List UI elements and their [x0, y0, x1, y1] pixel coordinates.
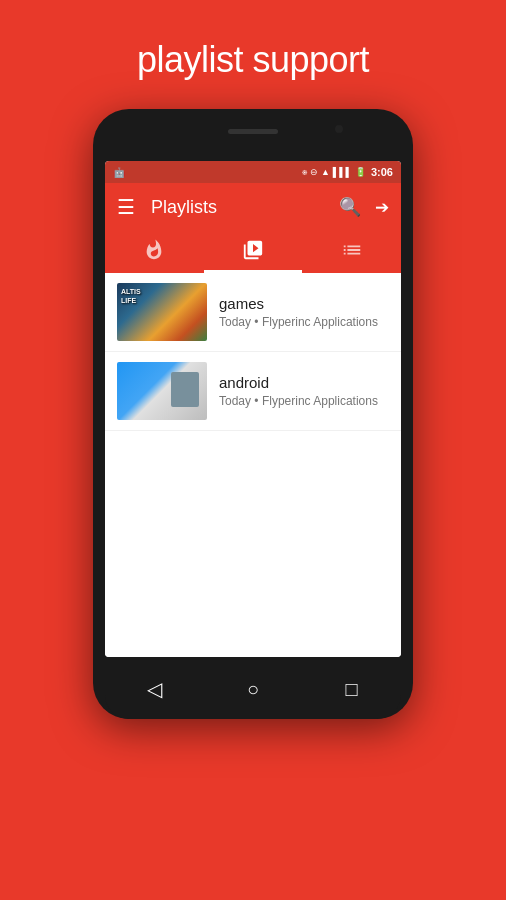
signal-icon: ▌▌▌ [333, 167, 352, 177]
home-button[interactable]: ○ [233, 669, 273, 709]
phone-mockup: 🤖 ⎈ ⊖ ▲ ▌▌▌ 🔋 3:06 ☰ Playlists 🔍 ➔ [93, 109, 413, 719]
app-bar: ☰ Playlists 🔍 ➔ [105, 183, 401, 231]
battery-icon: 🔋 [355, 167, 366, 177]
app-bar-actions: 🔍 ➔ [339, 196, 389, 218]
android-icon: 🤖 [113, 167, 125, 178]
login-icon[interactable]: ➔ [375, 197, 389, 218]
hero-title: playlist support [107, 0, 399, 109]
status-right-area: ⎈ ⊖ ▲ ▌▌▌ 🔋 3:06 [302, 166, 393, 178]
playlist-icon [341, 239, 363, 266]
tabs-bar [105, 231, 401, 273]
playlist-info-android: android Today • Flyperinc Applications [219, 374, 389, 408]
search-icon[interactable]: 🔍 [339, 196, 361, 218]
app-bar-title: Playlists [151, 197, 339, 218]
recent-icon: □ [346, 678, 358, 701]
list-item[interactable]: games Today • Flyperinc Applications [105, 273, 401, 352]
tab-trending[interactable] [105, 231, 204, 273]
trending-icon [143, 239, 165, 266]
playlist-meta-android: Today • Flyperinc Applications [219, 394, 389, 408]
menu-icon[interactable]: ☰ [117, 197, 135, 217]
subscriptions-icon [242, 239, 264, 266]
tab-subscriptions[interactable] [204, 231, 303, 273]
back-icon: ◁ [147, 677, 162, 701]
content-area: games Today • Flyperinc Applications and… [105, 273, 401, 657]
dnd-icon: ⊖ [310, 167, 318, 177]
playlist-thumbnail-games [117, 283, 207, 341]
status-time: 3:06 [371, 166, 393, 178]
playlist-thumbnail-android [117, 362, 207, 420]
wifi-icon: ▲ [321, 167, 330, 177]
recent-button[interactable]: □ [332, 669, 372, 709]
tab-playlist[interactable] [302, 231, 401, 273]
list-item[interactable]: android Today • Flyperinc Applications [105, 352, 401, 431]
playlist-name-games: games [219, 295, 389, 312]
playlist-name-android: android [219, 374, 389, 391]
bluetooth-icon: ⎈ [302, 167, 307, 177]
playlist-info-games: games Today • Flyperinc Applications [219, 295, 389, 329]
playlist-meta-games: Today • Flyperinc Applications [219, 315, 389, 329]
tab-active-indicator [204, 270, 303, 273]
home-icon: ○ [247, 678, 259, 701]
phone-speaker [228, 129, 278, 134]
status-bar: 🤖 ⎈ ⊖ ▲ ▌▌▌ 🔋 3:06 [105, 161, 401, 183]
phone-screen: 🤖 ⎈ ⊖ ▲ ▌▌▌ 🔋 3:06 ☰ Playlists 🔍 ➔ [105, 161, 401, 657]
back-button[interactable]: ◁ [134, 669, 174, 709]
status-left-icons: 🤖 [113, 167, 125, 178]
bottom-spacer [0, 719, 506, 759]
phone-camera [335, 125, 343, 133]
phone-body: 🤖 ⎈ ⊖ ▲ ▌▌▌ 🔋 3:06 ☰ Playlists 🔍 ➔ [93, 109, 413, 719]
nav-bar: ◁ ○ □ [105, 659, 401, 719]
